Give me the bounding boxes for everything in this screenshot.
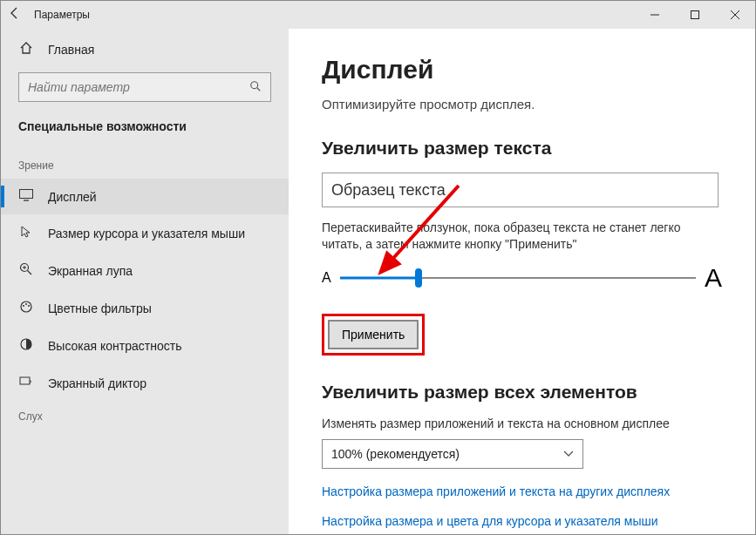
titlebar: Параметры bbox=[1, 1, 755, 29]
close-button[interactable] bbox=[715, 1, 755, 29]
sidebar-item-cursor[interactable]: Размер курсора и указателя мыши bbox=[1, 214, 289, 252]
svg-line-9 bbox=[28, 271, 32, 275]
chevron-down-icon bbox=[563, 449, 574, 459]
sidebar-item-label: Цветные фильтры bbox=[48, 301, 152, 315]
sidebar-category: Специальные возможности bbox=[1, 116, 289, 151]
apply-highlight: Применить bbox=[322, 314, 425, 356]
scale-description: Изменять размер приложений и текста на о… bbox=[322, 416, 722, 430]
section-title-textsize: Увеличить размер текста bbox=[322, 138, 722, 159]
slider-label-small: A bbox=[322, 270, 331, 286]
svg-point-4 bbox=[251, 81, 258, 88]
sidebar-item-colorfilters[interactable]: Цветные фильтры bbox=[1, 289, 289, 327]
svg-rect-6 bbox=[20, 190, 33, 199]
sidebar: Главная Специальные возможности Зрение Д… bbox=[1, 29, 289, 534]
search-box[interactable] bbox=[18, 72, 271, 102]
sidebar-item-magnifier[interactable]: Экранная лупа bbox=[1, 252, 289, 289]
search-input[interactable] bbox=[19, 80, 241, 94]
svg-rect-1 bbox=[691, 11, 699, 19]
magnifier-icon bbox=[18, 262, 34, 279]
apply-button[interactable]: Применить bbox=[328, 320, 419, 349]
sidebar-item-label: Экранная лупа bbox=[48, 264, 133, 278]
sample-text-box: Образец текста bbox=[322, 173, 719, 207]
content-area: Дисплей Оптимизируйте просмотр дисплея. … bbox=[289, 29, 755, 534]
svg-point-12 bbox=[21, 301, 31, 312]
search-icon bbox=[241, 80, 270, 95]
home-icon bbox=[18, 41, 34, 58]
minimize-button[interactable] bbox=[635, 1, 675, 29]
slider-label-large: A bbox=[705, 263, 722, 293]
sample-text: Образец текста bbox=[331, 181, 446, 200]
sidebar-item-label: Экранный диктор bbox=[48, 376, 146, 390]
sidebar-home[interactable]: Главная bbox=[1, 29, 289, 67]
text-size-slider[interactable] bbox=[340, 268, 696, 288]
slider-thumb[interactable] bbox=[415, 268, 422, 288]
sidebar-item-label: Размер курсора и указателя мыши bbox=[48, 227, 245, 240]
contrast-icon bbox=[18, 337, 34, 354]
sidebar-home-label: Главная bbox=[48, 43, 94, 57]
svg-point-14 bbox=[25, 303, 27, 305]
sidebar-group-vision: Зрение bbox=[1, 151, 289, 179]
link-cursor-color[interactable]: Настройка размера и цвета для курсора и … bbox=[322, 514, 722, 528]
page-title: Дисплей bbox=[322, 55, 722, 85]
palette-icon bbox=[18, 300, 34, 316]
svg-rect-17 bbox=[20, 377, 30, 384]
svg-line-5 bbox=[257, 87, 261, 91]
page-subtitle: Оптимизируйте просмотр дисплея. bbox=[322, 97, 722, 112]
scale-value: 100% (рекомендуется) bbox=[331, 447, 460, 461]
maximize-button[interactable] bbox=[675, 1, 715, 29]
sidebar-item-label: Дисплей bbox=[48, 190, 97, 204]
svg-point-15 bbox=[28, 305, 30, 307]
back-button[interactable] bbox=[1, 6, 29, 24]
monitor-icon bbox=[18, 189, 34, 204]
sidebar-item-display[interactable]: Дисплей bbox=[1, 179, 289, 214]
link-other-displays[interactable]: Настройка размера приложений и текста на… bbox=[322, 484, 722, 498]
section-title-scale: Увеличить размер всех элементов bbox=[322, 382, 722, 403]
slider-instruction: Перетаскивайте ползунок, пока образец те… bbox=[322, 220, 722, 253]
sidebar-group-hearing: Слух bbox=[1, 402, 289, 430]
scale-dropdown[interactable]: 100% (рекомендуется) bbox=[322, 439, 583, 469]
narrator-icon bbox=[18, 375, 34, 391]
cursor-icon bbox=[18, 225, 34, 241]
sidebar-item-highcontrast[interactable]: Высокая контрастность bbox=[1, 327, 289, 364]
svg-point-13 bbox=[23, 305, 24, 307]
sidebar-item-narrator[interactable]: Экранный диктор bbox=[1, 364, 289, 402]
window-title: Параметры bbox=[34, 9, 90, 21]
sidebar-item-label: Высокая контрастность bbox=[48, 339, 181, 353]
